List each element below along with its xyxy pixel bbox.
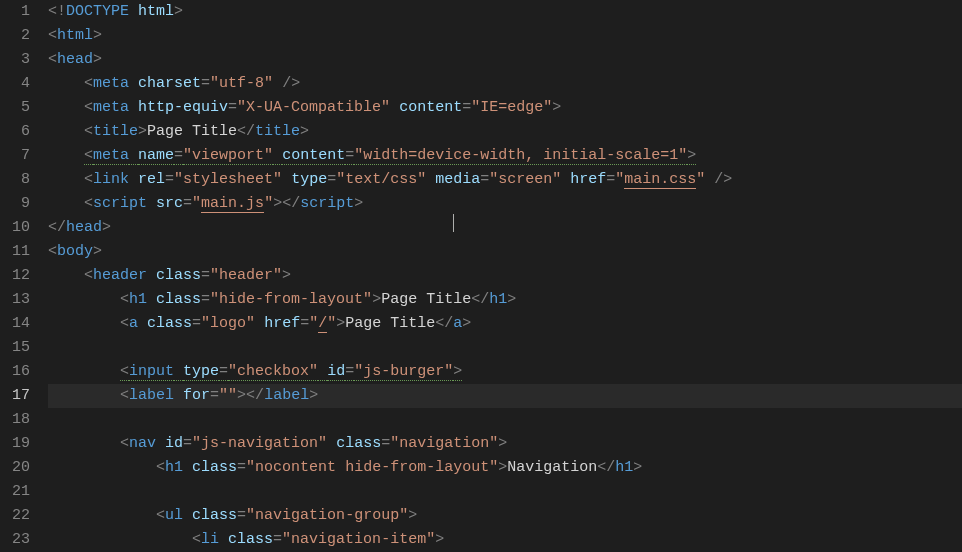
code-line[interactable]: <link rel="stylesheet" type="text/css" m… <box>48 168 962 192</box>
line-number[interactable]: 5 <box>0 96 30 120</box>
code-editor-area[interactable]: <!DOCTYPE html><html><head> <meta charse… <box>48 0 962 552</box>
code-token: </ <box>435 315 453 332</box>
code-line[interactable]: <script src="main.js"></script> <box>48 192 962 216</box>
code-line[interactable]: <a class="logo" href="/">Page Title</a> <box>48 312 962 336</box>
line-number[interactable]: 3 <box>0 48 30 72</box>
code-line[interactable]: <!DOCTYPE html> <box>48 0 962 24</box>
line-number[interactable]: 15 <box>0 336 30 360</box>
line-number[interactable]: 9 <box>0 192 30 216</box>
code-line[interactable]: <meta charset="utf-8" /> <box>48 72 962 96</box>
code-token: = <box>237 507 246 524</box>
line-number[interactable]: 21 <box>0 480 30 504</box>
code-token: > <box>93 51 102 68</box>
code-token <box>705 171 714 188</box>
code-line[interactable]: <meta http-equiv="X-UA-Compatible" conte… <box>48 96 962 120</box>
line-number[interactable]: 17 <box>0 384 30 408</box>
code-token: > <box>282 267 291 284</box>
code-token: = <box>237 459 246 476</box>
code-line[interactable]: <meta name="viewport" content="width=dev… <box>48 144 962 168</box>
code-token: " <box>264 195 273 212</box>
code-token: " <box>615 171 624 188</box>
code-token: < <box>156 507 165 524</box>
code-token: title <box>93 123 138 140</box>
code-token: = <box>183 195 192 212</box>
line-number[interactable]: 4 <box>0 72 30 96</box>
code-line[interactable]: <title>Page Title</title> <box>48 120 962 144</box>
line-number[interactable]: 6 <box>0 120 30 144</box>
code-token: = <box>462 99 471 116</box>
line-number[interactable]: 7 <box>0 144 30 168</box>
code-line[interactable]: <nav id="js-navigation" class="navigatio… <box>48 432 962 456</box>
code-token: / <box>318 315 327 333</box>
code-token: = <box>480 171 489 188</box>
code-token: Page Title <box>147 123 237 140</box>
code-line[interactable]: <input type="checkbox" id="js-burger"> <box>48 360 962 384</box>
code-token <box>48 195 84 212</box>
code-line[interactable]: <header class="header"> <box>48 264 962 288</box>
code-token: id <box>165 435 183 452</box>
code-line[interactable] <box>48 480 962 504</box>
code-line[interactable] <box>48 408 962 432</box>
line-number[interactable]: 22 <box>0 504 30 528</box>
code-token: > <box>93 243 102 260</box>
code-token <box>174 387 183 404</box>
code-token: h1 <box>129 291 147 308</box>
code-token <box>255 315 264 332</box>
code-line[interactable]: <li class="navigation-item"> <box>48 528 962 552</box>
line-number[interactable]: 10 <box>0 216 30 240</box>
code-line[interactable]: <h1 class="hide-from-layout">Page Title<… <box>48 288 962 312</box>
code-token: html <box>57 27 93 44</box>
line-number[interactable]: 8 <box>0 168 30 192</box>
line-number[interactable]: 11 <box>0 240 30 264</box>
line-number[interactable]: 12 <box>0 264 30 288</box>
code-token: <! <box>48 3 66 20</box>
code-token: "logo" <box>201 315 255 332</box>
code-line[interactable] <box>48 336 962 360</box>
line-number-gutter[interactable]: 1234567891011121314151617181920212223 <box>0 0 48 552</box>
line-number[interactable]: 16 <box>0 360 30 384</box>
code-token: > <box>498 435 507 452</box>
code-line[interactable]: <ul class="navigation-group"> <box>48 504 962 528</box>
code-token: = <box>228 99 237 116</box>
code-token: > <box>354 195 363 212</box>
code-line[interactable]: </head> <box>48 216 962 240</box>
code-token: content <box>282 147 345 165</box>
code-token: < <box>84 147 93 165</box>
code-token: "X-UA-Compatible" <box>237 99 390 116</box>
code-token: > <box>408 507 417 524</box>
line-number[interactable]: 1 <box>0 0 30 24</box>
code-token <box>390 99 399 116</box>
code-token <box>273 147 282 165</box>
code-line[interactable]: <h1 class="nocontent hide-from-layout">N… <box>48 456 962 480</box>
line-number[interactable]: 14 <box>0 312 30 336</box>
line-number[interactable]: 13 <box>0 288 30 312</box>
code-line[interactable]: <label for=""></label> <box>48 384 962 408</box>
code-token: input <box>129 363 174 381</box>
code-token: = <box>606 171 615 188</box>
code-token: < <box>84 123 93 140</box>
code-token <box>219 531 228 548</box>
code-token: main.css <box>624 171 696 189</box>
code-token: " <box>192 195 201 212</box>
code-line[interactable]: <html> <box>48 24 962 48</box>
code-token <box>183 459 192 476</box>
code-token: DOCTYPE <box>66 3 129 20</box>
line-number[interactable]: 20 <box>0 456 30 480</box>
code-token: meta <box>93 75 129 92</box>
line-number[interactable]: 2 <box>0 24 30 48</box>
code-line[interactable]: <body> <box>48 240 962 264</box>
code-token: h1 <box>165 459 183 476</box>
code-token: name <box>138 147 174 165</box>
code-token: "navigation-group" <box>246 507 408 524</box>
code-token: > <box>336 315 345 332</box>
code-token <box>147 267 156 284</box>
code-token <box>129 99 138 116</box>
line-number[interactable]: 23 <box>0 528 30 552</box>
code-line[interactable]: <head> <box>48 48 962 72</box>
code-token: for <box>183 387 210 404</box>
line-number[interactable]: 18 <box>0 408 30 432</box>
code-token: type <box>183 363 219 381</box>
code-token <box>48 123 84 140</box>
line-number[interactable]: 19 <box>0 432 30 456</box>
code-token: "checkbox" <box>228 363 318 381</box>
